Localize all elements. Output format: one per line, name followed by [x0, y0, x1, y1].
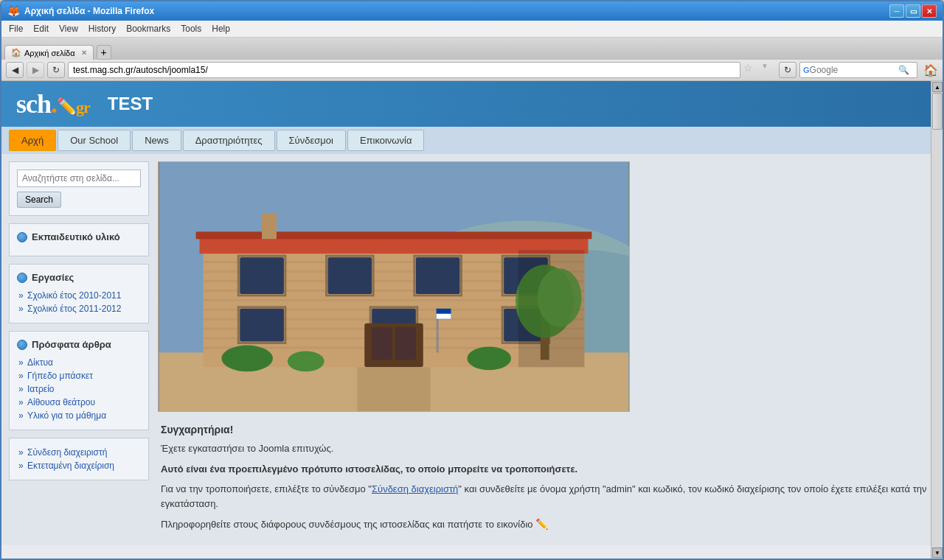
window-controls: ─ ▭ ✕ [889, 4, 937, 18]
nav-bar: ◀ ▶ ↻ ☆ ▼ ↻ G 🔍 🏠 [1, 60, 943, 81]
minimize-button[interactable]: ─ [889, 4, 904, 18]
scroll-thumb[interactable] [932, 93, 943, 130]
search-box: G 🔍 [799, 62, 917, 78]
link-sxoliko-2011[interactable]: Σχολικό έτος 2011-2012 [17, 302, 141, 315]
link-admin-extended[interactable]: Εκτεταμένη διαχείριση [17, 459, 141, 472]
search-go-icon[interactable]: 🔍 [898, 65, 909, 75]
module-bullet-icon3 [17, 340, 27, 350]
para2: Αυτό είναι ένα προεπιλεγμένο πρότυπο ιστ… [161, 462, 932, 477]
congrats-text: Συγχαρητήρια! [161, 424, 932, 435]
site-header: sch.✏️gr TEST [1, 81, 943, 127]
svg-rect-32 [372, 327, 392, 360]
menu-tools[interactable]: Tools [176, 22, 206, 35]
forward-button[interactable]: ▶ [27, 62, 44, 78]
tab-bar: 🏠 Αρχική σελίδα ✕ + [1, 38, 943, 60]
link-diktya[interactable]: Δίκτυα [17, 356, 141, 369]
window-title-text: Αρχική σελίδα - Mozilla Firefox [24, 6, 154, 16]
logo-area: sch.✏️gr TEST [16, 88, 153, 119]
para1: Έχετε εγκαταστήσει το Joomla επιτυχώς. [161, 441, 932, 456]
nav-activities[interactable]: Δραστηριότητες [183, 130, 275, 151]
home-button[interactable]: 🏠 [923, 63, 938, 77]
title-bar: 🦊 Αρχική σελίδα - Mozilla Firefox ─ ▭ ✕ [1, 1, 943, 21]
svg-rect-42 [357, 367, 430, 411]
nav-our-school[interactable]: Our School [58, 130, 131, 151]
pencil-icon: ✏️ [535, 518, 548, 530]
nav-contact[interactable]: Επικοινωνία [347, 130, 425, 151]
svg-rect-16 [196, 231, 592, 239]
module-ergasies: Εργασίες Σχολικό έτος 2010-2011 Σχολικό … [9, 264, 149, 323]
main-layout: Search Εκπαιδευτικό υλικό Εργασίες Σχολι [1, 154, 943, 545]
google-icon: G [803, 66, 810, 74]
para4: Πληροφορηθείτε στους διάφορους συνδέσμου… [161, 517, 932, 532]
svg-rect-19 [416, 257, 460, 294]
svg-rect-18 [328, 257, 372, 294]
menu-view[interactable]: View [55, 22, 83, 35]
module-title-recent: Πρόσφατα άρθρα [17, 339, 141, 350]
module-title-ergasies: Εργασίες [17, 272, 141, 283]
menu-edit[interactable]: Edit [29, 22, 53, 35]
firefox-icon: 🦊 [7, 5, 20, 17]
building-image [158, 161, 630, 412]
para3: Για να την τροποποιήσετε, επιλέξτε το σύ… [161, 482, 932, 511]
svg-rect-40 [262, 214, 277, 239]
reload-button2[interactable]: ↻ [779, 62, 796, 78]
menu-bookmarks[interactable]: Bookmarks [122, 22, 175, 35]
maximize-button[interactable]: ▭ [906, 4, 920, 18]
nav-links[interactable]: Σύνδεσμοι [277, 130, 346, 151]
menu-file[interactable]: File [4, 22, 27, 35]
search-field[interactable] [17, 169, 141, 187]
logo-text: sch.✏️gr [16, 88, 90, 119]
svg-point-45 [467, 347, 511, 371]
bookmark-down-icon[interactable]: ▼ [761, 62, 776, 78]
svg-rect-41 [518, 250, 584, 367]
link-yliko[interactable]: Υλικό για το μάθημα [17, 409, 141, 422]
nav-home[interactable]: Αρχή [9, 130, 56, 151]
svg-rect-36 [437, 314, 451, 319]
svg-point-43 [221, 346, 273, 372]
new-tab-button[interactable]: + [97, 45, 111, 60]
search-input-nav[interactable] [810, 65, 898, 75]
module-educational: Εκπαιδευτικό υλικό [9, 223, 149, 256]
nav-news[interactable]: News [132, 130, 181, 151]
link-admin-login[interactable]: Σύνδεση διαχειριστή [17, 446, 141, 459]
scroll-up-button[interactable]: ▲ [932, 82, 943, 92]
menu-history[interactable]: History [84, 22, 120, 35]
module-bullet-icon2 [17, 273, 27, 283]
svg-rect-25 [240, 309, 284, 342]
site-title: TEST [108, 94, 153, 114]
sidebar: Search Εκπαιδευτικό υλικό Εργασίες Σχολι [9, 161, 149, 538]
tab-title: Αρχική σελίδα [24, 49, 75, 57]
link-gipedo[interactable]: Γήπεδο μπάσκετ [17, 369, 141, 382]
admin-login-link[interactable]: Σύνδεση διαχειριστή [372, 483, 458, 494]
search-button[interactable]: Search [17, 192, 61, 208]
svg-point-44 [288, 351, 324, 371]
reload-button[interactable]: ↻ [47, 62, 65, 78]
scrollbar[interactable]: ▲ ▼ [931, 81, 943, 559]
scroll-down-button[interactable]: ▼ [932, 547, 943, 558]
link-sxoliko-2010[interactable]: Σχολικό έτος 2010-2011 [17, 289, 141, 302]
svg-rect-17 [240, 257, 284, 294]
menu-bar: File Edit View History Bookmarks Tools H… [1, 21, 943, 38]
close-button[interactable]: ✕ [922, 4, 937, 18]
main-nav: Αρχή Our School News Δραστηριότητες Σύνδ… [1, 127, 943, 154]
menu-help[interactable]: Help [207, 22, 235, 35]
link-iatreio[interactable]: Ιατρείο [17, 382, 141, 396]
browser-tab-active[interactable]: 🏠 Αρχική σελίδα ✕ [4, 45, 94, 60]
tab-close-icon[interactable]: ✕ [81, 49, 87, 57]
bookmark-star-icon[interactable]: ☆ [743, 62, 758, 78]
module-bullet-icon [17, 232, 27, 242]
module-title-educational: Εκπαιδευτικό υλικό [17, 231, 141, 242]
link-aithoysa[interactable]: Αίθουσα θεάτρου [17, 396, 141, 409]
back-button[interactable]: ◀ [6, 62, 24, 78]
main-content: Συγχαρητήρια! Έχετε εγκαταστήσει το Joom… [158, 161, 935, 538]
content-area: Συγχαρητήρια! Έχετε εγκαταστήσει το Joom… [158, 424, 935, 532]
search-widget: Search [9, 161, 149, 216]
svg-rect-33 [395, 327, 416, 360]
sidebar-bottom: Σύνδεση διαχειριστή Εκτεταμένη διαχείρισ… [9, 438, 149, 480]
module-recent: Πρόσφατα άρθρα Δίκτυα Γήπεδο μπάσκετ Ιατ… [9, 331, 149, 430]
address-bar[interactable] [68, 62, 740, 78]
para3-before: Για να την τροποποιήσετε, επιλέξτε το σύ… [161, 483, 372, 494]
